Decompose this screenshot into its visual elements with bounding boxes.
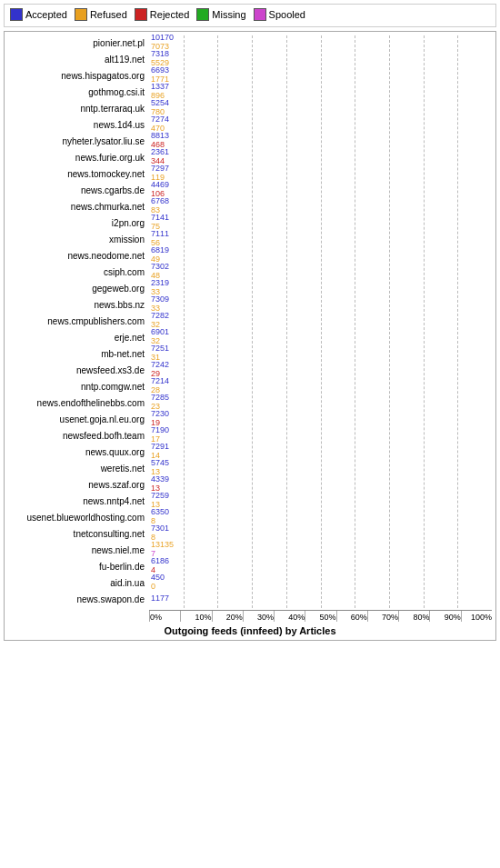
row-label: news.bbs.nz <box>8 300 149 310</box>
row-label: news.quux.org <box>8 447 149 457</box>
bar-container: 724229 <box>149 364 492 376</box>
row-label: nyheter.lysator.liu.se <box>8 136 149 146</box>
table-row: xmission711156 <box>8 232 492 246</box>
row-label: nntp.terraraq.uk <box>8 104 149 114</box>
row-label: news.cmpublishers.com <box>8 316 149 326</box>
row-label: news.swapon.de <box>8 594 149 604</box>
bar-container: 721428 <box>149 380 492 393</box>
table-row: gothmog.csi.it1337896 <box>8 85 492 99</box>
bar-container: 5254780 <box>149 102 492 115</box>
x-tick-4: 40% <box>274 611 305 622</box>
table-row: csiph.com730248 <box>8 264 492 279</box>
bar-container: 73018 <box>149 527 492 540</box>
table-row: fu-berlin.de61864 <box>8 559 492 574</box>
table-row: erje.net690132 <box>8 330 492 344</box>
bar-value-label: 4500 <box>151 574 165 592</box>
bar-container: 61864 <box>149 560 492 573</box>
x-tick-10: 100% <box>461 611 492 622</box>
table-row: news.endofthelinebbs.com728523 <box>8 395 492 410</box>
table-row: i2pn.org714175 <box>8 215 492 230</box>
row-label: tnetconsulting.net <box>8 529 149 539</box>
x-tick-5: 50% <box>305 611 335 622</box>
legend-item-refused: Refused <box>75 8 127 21</box>
table-row: news.1d4.us7274470 <box>8 117 492 132</box>
table-row: news.hispagatos.org66931771 <box>8 68 492 83</box>
table-row: newsfeed.xs3.de724229 <box>8 363 492 377</box>
table-row: news.quux.org729114 <box>8 444 492 459</box>
table-row: news.cgarbs.de4469106 <box>8 183 492 197</box>
bar-container: 728232 <box>149 314 492 327</box>
table-row: news.bbs.nz730933 <box>8 297 492 312</box>
bar-container: 1177 <box>149 593 492 605</box>
table-row: gegeweb.org231933 <box>8 281 492 295</box>
row-label: newsfeed.bofh.team <box>8 431 149 441</box>
row-label: alt119.net <box>8 55 149 65</box>
table-row: news.cmpublishers.com728232 <box>8 314 492 328</box>
bar-container: 725913 <box>149 494 492 507</box>
row-label: mb-net.net <box>8 349 149 359</box>
bar-container: 711156 <box>149 233 492 245</box>
table-row: news.nntp4.net725913 <box>8 494 492 508</box>
x-tick-1: 10% <box>180 611 211 622</box>
x-tick-0: 0% <box>149 611 180 622</box>
row-label: news.chmurka.net <box>8 202 149 212</box>
row-label: news.tomockey.net <box>8 169 149 179</box>
bar-container: 714175 <box>149 216 492 229</box>
legend-item-spooled: Spooled <box>254 8 305 21</box>
legend-color-refused <box>75 8 87 21</box>
row-label: newsfeed.xs3.de <box>8 365 149 375</box>
row-label: weretis.net <box>8 464 149 474</box>
bar-value-label: 1177 <box>151 594 169 604</box>
legend: AcceptedRefusedRejectedMissingSpooled <box>4 4 496 27</box>
table-row: news.niel.me131357 <box>8 543 492 557</box>
rows-area: pionier.net.pl101707073alt119.net7318552… <box>8 35 492 608</box>
legend-color-spooled <box>254 8 266 21</box>
bar-container: 725131 <box>149 347 492 360</box>
table-row: tnetconsulting.net73018 <box>8 526 492 541</box>
row-label: usenet.goja.nl.eu.org <box>8 414 149 424</box>
row-label: news.nntp4.net <box>8 496 149 506</box>
table-row: news.swapon.de1177 <box>8 592 492 606</box>
row-label: fu-berlin.de <box>8 562 149 572</box>
x-axis: 0%10%20%30%40%50%60%70%80%90%100% <box>149 610 492 622</box>
bar-container: 730248 <box>149 265 492 278</box>
table-row: nyheter.lysator.liu.se8813468 <box>8 134 492 148</box>
bar-container: 7274470 <box>149 118 492 131</box>
row-label: news.furie.org.uk <box>8 153 149 163</box>
x-tick-6: 60% <box>336 611 367 622</box>
legend-label-missing: Missing <box>212 9 245 20</box>
bar-container: 719017 <box>149 429 492 442</box>
row-label: news.cgarbs.de <box>8 185 149 195</box>
table-row: mb-net.net725131 <box>8 346 492 361</box>
bar-container: 4469106 <box>149 184 492 196</box>
table-row: news.neodome.net681949 <box>8 248 492 263</box>
row-label: news.niel.me <box>8 545 149 555</box>
bar-container: 730933 <box>149 298 492 311</box>
table-row: news.furie.org.uk2361344 <box>8 150 492 165</box>
row-label: news.szaf.org <box>8 480 149 490</box>
legend-label-rejected: Rejected <box>150 9 189 20</box>
row-label: pionier.net.pl <box>8 38 149 48</box>
row-label: nntp.comgw.net <box>8 382 149 392</box>
x-tick-3: 30% <box>243 611 274 622</box>
legend-label-refused: Refused <box>90 9 127 20</box>
legend-color-missing <box>196 8 209 21</box>
table-row: newsfeed.bofh.team719017 <box>8 428 492 443</box>
bar-container: 131357 <box>149 544 492 556</box>
bar-container: 2361344 <box>149 151 492 164</box>
chart-container: AcceptedRefusedRejectedMissingSpooled pi… <box>0 0 500 644</box>
table-row: usenet.blueworldhosting.com63508 <box>8 510 492 524</box>
x-tick-9: 90% <box>429 611 460 622</box>
x-tick-8: 80% <box>398 611 429 622</box>
table-row: usenet.goja.nl.eu.org723019 <box>8 412 492 426</box>
bar-container: 231933 <box>149 282 492 294</box>
legend-item-rejected: Rejected <box>135 8 189 21</box>
bar-container: 1337896 <box>149 85 492 98</box>
legend-color-accepted <box>10 8 23 21</box>
bar-container: 574513 <box>149 462 492 474</box>
legend-item-accepted: Accepted <box>10 8 67 21</box>
row-label: erje.net <box>8 333 149 343</box>
x-tick-2: 20% <box>212 611 243 622</box>
bar-container: 728523 <box>149 396 492 409</box>
bar-container: 676883 <box>149 200 492 213</box>
